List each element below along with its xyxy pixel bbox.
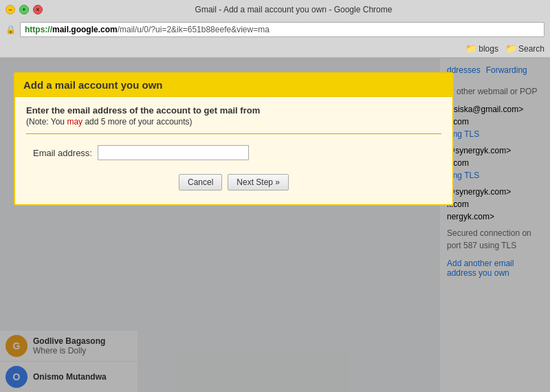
address-bar-row: 🔒 https://mail.google.com/mail/u/0/?ui=2… <box>0 19 550 40</box>
email-label: Email address: <box>33 148 92 158</box>
bookmarks-bar: 📁 blogs 📁 Search <box>0 40 550 58</box>
address-bar[interactable]: https://mail.google.com/mail/u/0/?ui=2&i… <box>20 22 544 37</box>
address-path: /mail/u/0/?ui=2&ik=651b88eefe&view=ma <box>118 25 270 34</box>
modal-instruction: Enter the email address of the account t… <box>26 105 441 116</box>
note-prefix: (Note: You <box>26 117 67 127</box>
browser-chrome: − + × Gmail - Add a mail account you own… <box>0 0 550 58</box>
modal-overlay: Add a mail account you own Enter the ema… <box>0 58 550 392</box>
window-title: Gmail - Add a mail account you own - Goo… <box>43 5 544 14</box>
main-content: ddresses Forwarding or other webmail or … <box>0 58 550 392</box>
button-row: Cancel Next Step » <box>26 174 441 190</box>
gmail-background: ddresses Forwarding or other webmail or … <box>0 58 550 392</box>
add-mail-account-modal: Add a mail account you own Enter the ema… <box>14 72 454 206</box>
modal-note: (Note: You may add 5 more of your accoun… <box>26 117 441 127</box>
lock-icon: 🔒 <box>6 25 16 34</box>
address-domain: mail.google.com <box>52 25 118 34</box>
note-may: may <box>67 117 82 127</box>
close-button[interactable]: × <box>33 5 43 14</box>
divider <box>26 133 441 134</box>
bookmark-search-label: Search <box>518 44 544 54</box>
modal-title: Add a mail account you own <box>15 74 452 97</box>
title-bar: − + × Gmail - Add a mail account you own… <box>0 0 550 19</box>
window-controls[interactable]: − + × <box>6 5 43 14</box>
next-step-button[interactable]: Next Step » <box>228 174 289 190</box>
bookmark-search[interactable]: 📁 Search <box>505 43 544 54</box>
bookmark-blogs[interactable]: 📁 blogs <box>465 43 498 54</box>
cancel-button[interactable]: Cancel <box>179 174 222 190</box>
folder-icon-search: 📁 <box>505 43 516 54</box>
address-https: https:// <box>25 25 52 34</box>
bookmark-blogs-label: blogs <box>478 44 498 54</box>
email-input[interactable] <box>98 145 249 160</box>
form-row: Email address: <box>26 145 441 160</box>
folder-icon: 📁 <box>465 43 476 54</box>
minimize-button[interactable]: − <box>6 5 15 14</box>
modal-body: Enter the email address of the account t… <box>15 97 452 204</box>
note-suffix: add 5 more of your accounts) <box>82 117 192 127</box>
maximize-button[interactable]: + <box>19 5 29 14</box>
